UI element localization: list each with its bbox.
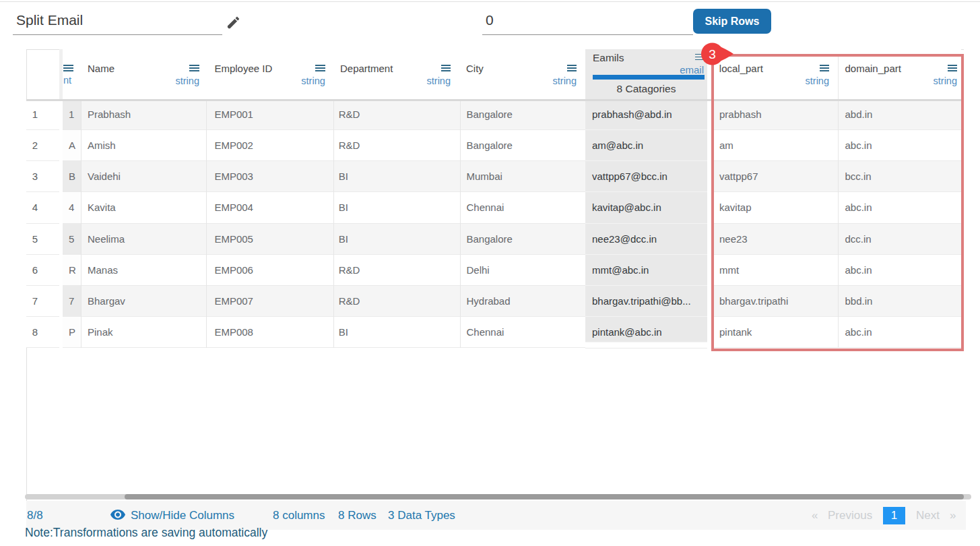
svg-text:3: 3 (709, 47, 716, 61)
